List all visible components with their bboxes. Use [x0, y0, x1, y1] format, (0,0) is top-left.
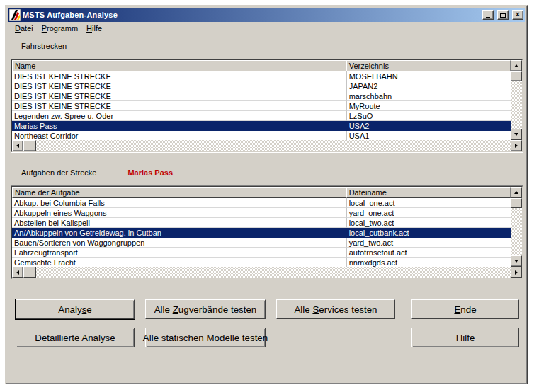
- tasks-row[interactable]: Abkuppeln eines Waggonsyard_one.act: [12, 208, 511, 218]
- tasks-list-header: Name der Aufgabe Dateiname: [12, 187, 511, 198]
- app-icon: [9, 9, 21, 21]
- scroll-left-icon: [16, 144, 19, 148]
- tasks-row[interactable]: Fahrzeugtransportautotrnsetout.act: [12, 248, 511, 258]
- scroll-track[interactable]: [511, 71, 522, 129]
- scroll-down-icon: [514, 133, 518, 136]
- scroll-thumb[interactable]: [23, 267, 36, 278]
- scroll-right-icon: [515, 270, 518, 275]
- ende-button[interactable]: Ende: [411, 299, 519, 319]
- routes-vertical-scrollbar[interactable]: [511, 60, 522, 140]
- routes-list: Name Verzeichnis DIES IST KEINE STRECKEM…: [11, 59, 523, 153]
- scroll-down-button[interactable]: [511, 255, 522, 267]
- routes-row[interactable]: Northeast CorridorUSA1: [12, 131, 511, 141]
- tasks-row[interactable]: Bauen/Sortieren von Waggongruppenyard_tw…: [12, 238, 511, 248]
- tasks-row-selected[interactable]: An/Abkuppeln von Getreidewag. in Cutbanl…: [12, 228, 511, 238]
- routes-row[interactable]: Legenden zw. Spree u. OderLzSuO: [12, 111, 511, 121]
- tasks-section-label: Aufgaben der Strecke: [21, 168, 96, 177]
- menu-hilfe[interactable]: Hilfe: [82, 23, 106, 34]
- scroll-left-icon: [16, 270, 19, 275]
- scroll-up-button[interactable]: [511, 60, 522, 71]
- routes-row-selected[interactable]: Marias PassUSA2: [12, 121, 511, 131]
- menu-programm[interactable]: Programm: [38, 23, 82, 34]
- scroll-left-button[interactable]: [12, 267, 23, 278]
- test-static-models-button[interactable]: Alle statischen Modelle testen: [145, 328, 266, 347]
- routes-row[interactable]: DIES IST KEINE STRECKEMyRoute: [12, 101, 511, 111]
- routes-column-verzeichnis[interactable]: Verzeichnis: [346, 60, 511, 71]
- tasks-row[interactable]: Gemischte Frachtnnmxdgds.act: [12, 258, 511, 267]
- analyse-button[interactable]: Analyse: [16, 299, 135, 319]
- scroll-up-icon: [514, 191, 518, 194]
- maximize-button[interactable]: [497, 10, 509, 20]
- scroll-track[interactable]: [23, 267, 511, 278]
- test-all-consists-button[interactable]: Alle Zugverbände testen: [145, 299, 266, 319]
- routes-row[interactable]: DIES IST KEINE STRECKEmarschbahn: [12, 91, 511, 101]
- routes-horizontal-scrollbar[interactable]: [12, 140, 522, 151]
- close-button[interactable]: ×: [512, 10, 523, 20]
- scroll-track[interactable]: [511, 198, 522, 255]
- selected-route-name: Marias Pass: [127, 168, 173, 177]
- close-icon: ×: [516, 11, 520, 18]
- titlebar[interactable]: MSTS Aufgaben-Analyse ×: [8, 8, 525, 22]
- routes-section-label: Fahrstrecken: [21, 42, 525, 50]
- scroll-right-icon: [515, 144, 518, 148]
- minimize-icon: [486, 17, 490, 18]
- scroll-right-button[interactable]: [511, 140, 522, 151]
- scroll-down-button[interactable]: [511, 129, 522, 140]
- routes-column-name[interactable]: Name: [12, 60, 346, 71]
- routes-list-header: Name Verzeichnis: [12, 60, 511, 71]
- tasks-column-dateiname[interactable]: Dateiname: [346, 187, 511, 198]
- tasks-column-name[interactable]: Name der Aufgabe: [12, 187, 346, 198]
- scroll-thumb[interactable]: [511, 198, 522, 208]
- scroll-left-button[interactable]: [12, 140, 23, 151]
- window-title: MSTS Aufgaben-Analyse: [23, 11, 479, 19]
- hilfe-button[interactable]: Hilfe: [411, 328, 519, 347]
- app-window: MSTS Aufgaben-Analyse × Datei Programm H…: [5, 5, 528, 384]
- test-all-services-button[interactable]: Alle Services testen: [276, 299, 395, 319]
- routes-row[interactable]: DIES IST KEINE STRECKEJAPAN2: [12, 81, 511, 91]
- tasks-list: Name der Aufgabe Dateiname Abkup. bei Co…: [11, 185, 523, 279]
- routes-row[interactable]: DIES IST KEINE STRECKEMOSELBAHN: [12, 71, 511, 81]
- scroll-down-icon: [514, 260, 518, 263]
- scroll-up-button[interactable]: [511, 187, 522, 198]
- tasks-row[interactable]: Abkup. bei Columbia Fallslocal_one.act: [12, 198, 511, 208]
- menu-datei[interactable]: Datei: [11, 23, 38, 34]
- tasks-vertical-scrollbar[interactable]: [511, 187, 522, 267]
- scroll-up-icon: [514, 64, 518, 67]
- scroll-right-button[interactable]: [511, 267, 522, 278]
- scroll-track[interactable]: [23, 140, 511, 151]
- maximize-icon: [500, 13, 506, 18]
- menubar: Datei Programm Hilfe: [8, 22, 525, 35]
- detailed-analysis-button[interactable]: Detaillierte Analyse: [16, 328, 135, 347]
- scroll-thumb[interactable]: [511, 71, 522, 81]
- tasks-row[interactable]: Abstellen bei Kalispelllocal_two.act: [12, 218, 511, 228]
- tasks-horizontal-scrollbar[interactable]: [12, 267, 522, 278]
- minimize-button[interactable]: [482, 10, 494, 20]
- scroll-thumb[interactable]: [23, 140, 36, 151]
